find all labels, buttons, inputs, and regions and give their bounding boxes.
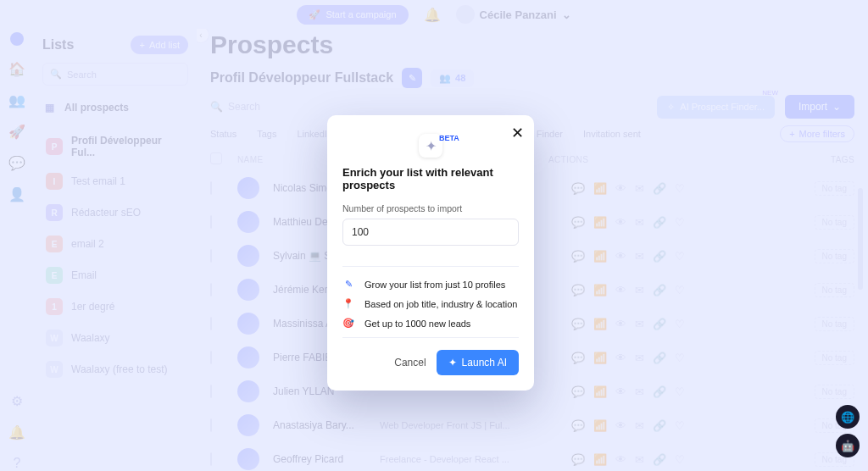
launch-ai-button[interactable]: ✦ Launch AI: [437, 350, 519, 375]
feature-row: 🎯Get up to 1000 new leads: [342, 318, 519, 329]
beta-badge: BETA: [439, 134, 459, 142]
modal-title: Enrich your list with relevant prospects: [342, 166, 519, 191]
enrich-modal: ✕ ✦ BETA Enrich your list with relevant …: [327, 115, 534, 391]
field-label: Number of prospects to import: [342, 203, 519, 213]
prospects-count-input[interactable]: [342, 219, 519, 246]
support-fab[interactable]: 🤖: [836, 434, 860, 457]
cancel-button[interactable]: Cancel: [394, 357, 426, 368]
target-icon: 🎯: [342, 318, 354, 329]
feature-row: 📍Based on job title, industry & location: [342, 298, 519, 309]
wand-icon: ✎: [342, 279, 354, 290]
sparkle-icon: ✦: [448, 357, 457, 368]
feature-row: ✎Grow your list from just 10 profiles: [342, 279, 519, 290]
pin-icon: 📍: [342, 298, 354, 309]
translate-fab[interactable]: 🌐: [836, 405, 860, 429]
